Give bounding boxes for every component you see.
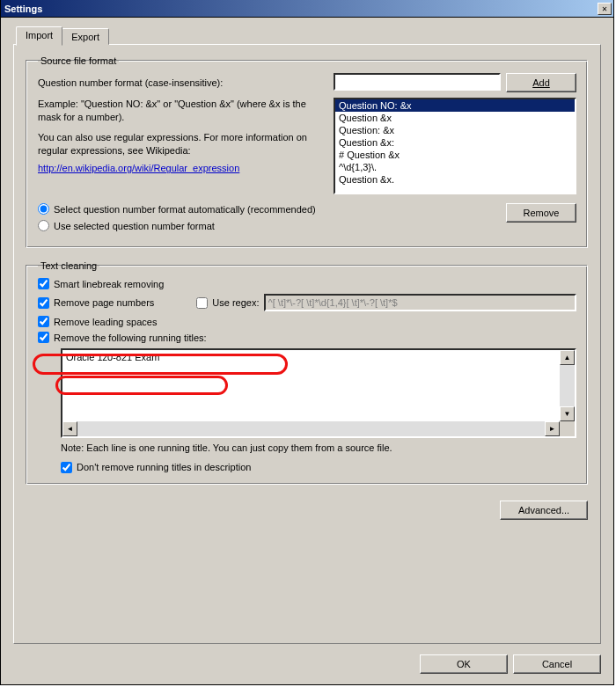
titlebar[interactable]: Settings ✕ [1,0,613,18]
import-panel: Source file format Question number forma… [13,44,601,644]
tab-import[interactable]: Import [16,26,62,46]
scroll-up-icon[interactable]: ▲ [560,350,575,365]
regex-info-text: You can also use regular expressions. Fo… [38,131,326,157]
advanced-button[interactable]: Advanced... [500,501,588,520]
remove-titles-label: Remove the following running titles: [54,333,207,343]
check-smart-linebreak[interactable] [38,278,49,289]
clean-legend: Text cleaning [38,260,99,271]
cancel-button[interactable]: Cancel [513,654,601,674]
scroll-corner [560,421,575,436]
list-item[interactable]: Question &x: [335,136,575,149]
running-titles-note: Note: Each line is one running title. Yo… [61,442,576,455]
list-item[interactable]: Question: &x [335,124,575,136]
list-item[interactable]: ^\d{1,3}\. [335,161,575,173]
remove-button[interactable]: Remove [506,203,576,223]
list-item[interactable]: Question &x [335,112,575,124]
example-text: Example: "Question NO: &x" or "Question … [38,98,326,124]
source-legend: Source file format [38,55,119,66]
list-item[interactable]: Question NO: &x [335,99,575,112]
radio-selected-format[interactable] [38,220,49,231]
scrollbar-horizontal[interactable]: ◄ ► [62,421,560,436]
remove-leading-label: Remove leading spaces [54,317,157,327]
check-use-regex[interactable] [196,297,208,309]
scroll-right-icon[interactable]: ► [545,421,560,436]
qnum-format-input[interactable] [334,73,501,91]
text-cleaning-group: Text cleaning Smart linebreak removing R… [26,260,588,485]
source-file-format-group: Source file format Question number forma… [26,55,588,248]
settings-dialog: Settings ✕ Import Export Source file for… [0,0,614,685]
check-dont-remove-in-desc[interactable] [61,462,72,473]
remove-pages-label: Remove page numbers [54,297,154,308]
radio-auto-label: Select question number format automatica… [54,204,316,215]
scroll-left-icon[interactable]: ◄ [62,421,77,436]
formats-listbox[interactable]: Question NO: &x Question &x Question: &x… [334,98,576,194]
scroll-down-icon[interactable]: ▼ [560,406,575,421]
qnum-format-label: Question number format (case-insensitive… [38,77,334,90]
list-item[interactable]: Question &x. [335,173,575,186]
running-titles-textarea[interactable]: Oracle 1z0-821 Exam ▲ ▼ ◄ ► [61,348,576,438]
scrollbar-vertical[interactable]: ▲ ▼ [560,350,575,421]
tab-export[interactable]: Export [62,28,109,45]
regex-input[interactable] [264,294,576,311]
ok-button[interactable]: OK [420,654,508,674]
wikipedia-link[interactable]: http://en.wikipedia.org/wiki/Regular_exp… [38,163,239,173]
radio-sel-label: Use selected question number format [54,221,215,231]
check-remove-leading-spaces[interactable] [38,316,49,327]
check-remove-running-titles[interactable] [38,332,49,343]
window-title: Settings [4,4,42,14]
add-button[interactable]: Add [506,73,576,92]
check-remove-page-numbers[interactable] [38,297,49,309]
dont-remove-desc-label: Don't remove running titles in descripti… [77,462,251,472]
list-item[interactable]: # Question &x [335,149,575,161]
radio-auto-format[interactable] [38,203,49,215]
use-regex-label: Use regex: [212,297,259,308]
smart-lb-label: Smart linebreak removing [54,279,164,289]
close-icon[interactable]: ✕ [598,3,612,15]
